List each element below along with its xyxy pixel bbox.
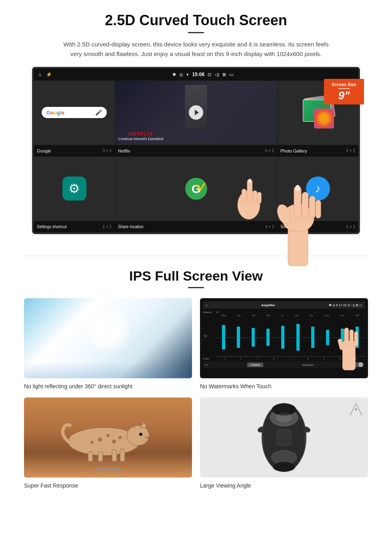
netflix-logo: NETFLIX bbox=[118, 131, 163, 137]
svg-point-41 bbox=[273, 462, 295, 472]
svg-point-27 bbox=[112, 440, 116, 444]
svg-rect-13 bbox=[316, 200, 321, 218]
cheetah-watermark: Seicane bbox=[94, 465, 122, 474]
flower-image bbox=[314, 108, 334, 128]
share-label: Share location bbox=[118, 225, 144, 229]
svg-point-26 bbox=[106, 434, 110, 437]
netflix-label-overlay: NETFLIX Continue Marvel's Daredevil bbox=[118, 131, 163, 141]
svg-rect-47 bbox=[277, 430, 291, 446]
svg-point-29 bbox=[118, 436, 122, 439]
netflix-label-row: Netflix 3 × 2 bbox=[115, 145, 277, 157]
sunlight-item: No light reflecting under 360° direct su… bbox=[24, 298, 192, 389]
image-grid: No light reflecting under 360° direct su… bbox=[24, 298, 368, 489]
location-icon: ◎ bbox=[179, 72, 183, 77]
amp-loudness-label: loudness bbox=[302, 363, 314, 366]
svg-rect-17 bbox=[344, 328, 349, 346]
svg-point-22 bbox=[127, 426, 149, 446]
svg-point-46 bbox=[276, 413, 292, 422]
amplifier-caption: No Watermarks When Touch bbox=[200, 383, 368, 389]
netflix-size: 3 × 2 bbox=[265, 149, 274, 153]
amp-fader-label: Fader bbox=[203, 357, 214, 360]
car-caption: Large Viewing Angle bbox=[200, 482, 368, 489]
netflix-subtitle: Continue Marvel's Daredevil bbox=[118, 137, 163, 141]
svg-point-48 bbox=[355, 408, 357, 411]
svg-rect-11 bbox=[302, 192, 308, 218]
svg-point-35 bbox=[140, 434, 142, 435]
camera-icon: ⊡ bbox=[208, 72, 211, 77]
netflix-play-button[interactable] bbox=[189, 105, 203, 120]
svg-rect-30 bbox=[88, 452, 93, 462]
amp-volume-icon: ◁) bbox=[203, 334, 214, 337]
svg-rect-4 bbox=[242, 189, 246, 203]
svg-rect-33 bbox=[120, 449, 125, 462]
settings-label: Settings shortcut bbox=[37, 225, 66, 229]
amp-title: Amplifier bbox=[261, 303, 275, 307]
badge-divider bbox=[338, 88, 350, 89]
amp-status-bar: ⌂ Amplifier ✱ ◎ ▾ 17:33 ⊡ ◁) ⊠ ▭ bbox=[203, 301, 365, 309]
status-bar: ⌂ ⚡ ✱ ◎ ▾ 15:06 ⊡ ◁) ⊠ ▭ bbox=[34, 68, 358, 80]
badge-label: Screen Size bbox=[328, 82, 360, 87]
car-topview-svg bbox=[248, 399, 320, 476]
amp-balance-label: Balance bbox=[203, 311, 214, 313]
svg-rect-19 bbox=[354, 331, 358, 346]
netflix-label: Netflix bbox=[118, 149, 130, 153]
amplifier-image: ⌂ Amplifier ✱ ◎ ▾ 17:33 ⊡ ◁) ⊠ ▭ Balance… bbox=[200, 298, 368, 378]
amp-custom-button[interactable]: Custom bbox=[247, 363, 263, 367]
mic-icon[interactable]: 🎤 bbox=[95, 109, 102, 116]
status-time: 15:06 bbox=[192, 72, 204, 77]
photo-size: 2 × 2 bbox=[346, 149, 355, 153]
battery-icon: ▭ bbox=[229, 72, 233, 77]
amp-nav-prev[interactable]: << bbox=[205, 363, 208, 366]
google-label: Google bbox=[37, 149, 51, 153]
photo-label-row: Photo Gallery 2 × 2 bbox=[277, 145, 358, 157]
viewing-angle-indicator bbox=[348, 401, 364, 419]
amplifier-item: ⌂ Amplifier ✱ ◎ ▾ 17:33 ⊡ ◁) ⊠ ▭ Balance… bbox=[200, 298, 368, 389]
wifi-icon: ▾ bbox=[186, 72, 189, 77]
badge-size: 9" bbox=[328, 90, 360, 101]
svg-point-15 bbox=[295, 185, 300, 191]
status-left: ⌂ ⚡ bbox=[38, 72, 52, 77]
netflix-app-cell[interactable]: NETFLIX Continue Marvel's Daredevil bbox=[115, 80, 277, 145]
settings-label-row: Settings shortcut 1 × 1 bbox=[34, 221, 115, 233]
device-wrapper: Screen Size 9" ⌂ ⚡ ✱ ◎ ▾ 15:06 ⊡ ◁) ⊠ bbox=[32, 67, 360, 234]
play-triangle bbox=[195, 110, 199, 115]
svg-rect-31 bbox=[98, 452, 103, 462]
section1-description: With 2.5D curved-display screen, this de… bbox=[60, 40, 332, 59]
cheetah-image: Seicane bbox=[24, 397, 192, 478]
sound-size: 1 × 1 bbox=[346, 225, 355, 229]
sunlight-caption: No light reflecting under 360° direct su… bbox=[24, 383, 192, 389]
svg-point-7 bbox=[248, 179, 251, 183]
home-icon[interactable]: ⌂ bbox=[38, 72, 41, 77]
amp-hand-icon bbox=[332, 322, 364, 370]
amp-icons: ✱ ◎ ▾ 17:33 ⊡ ◁) ⊠ ▭ bbox=[329, 303, 362, 307]
google-logo: Google bbox=[46, 110, 64, 116]
settings-app-cell[interactable]: ⚙ bbox=[34, 157, 115, 221]
usb-icon: ⚡ bbox=[46, 72, 52, 77]
gmaps-icon: G bbox=[185, 178, 207, 200]
car-image bbox=[200, 397, 368, 478]
ips-section: IPS Full Screen View No light reflecting… bbox=[0, 268, 392, 501]
cheetah-svg bbox=[52, 413, 164, 462]
svg-rect-32 bbox=[112, 450, 117, 462]
sun-glare bbox=[84, 306, 132, 354]
photo-gallery-label: Photo Gallery bbox=[280, 149, 307, 153]
amp-home-icon: ⌂ bbox=[206, 303, 208, 307]
section2-divider bbox=[188, 287, 204, 288]
google-label-row: Google 3 × 1 bbox=[34, 145, 115, 157]
google-search-bar[interactable]: Google 🎤 bbox=[42, 107, 107, 118]
volume-icon: ◁) bbox=[214, 72, 219, 77]
title-divider bbox=[188, 32, 204, 33]
status-center: ✱ ◎ ▾ 15:06 ⊡ ◁) ⊠ ▭ bbox=[172, 72, 233, 77]
cheetah-caption: Super Fast Response bbox=[24, 482, 192, 489]
svg-point-25 bbox=[98, 438, 102, 442]
share-location-cell[interactable]: G bbox=[115, 157, 277, 221]
google-app-cell[interactable]: Google 🎤 bbox=[34, 80, 115, 145]
bluetooth-icon: ✱ bbox=[172, 72, 176, 77]
svg-marker-23 bbox=[140, 422, 147, 428]
share-label-row: Share location 1 × 1 bbox=[115, 221, 277, 233]
svg-rect-12 bbox=[309, 196, 315, 218]
section1-title: 2.5D Curved Touch Screen bbox=[24, 12, 368, 29]
svg-point-36 bbox=[145, 436, 149, 439]
svg-point-28 bbox=[90, 441, 94, 444]
gear-icon: ⚙ bbox=[68, 181, 80, 196]
